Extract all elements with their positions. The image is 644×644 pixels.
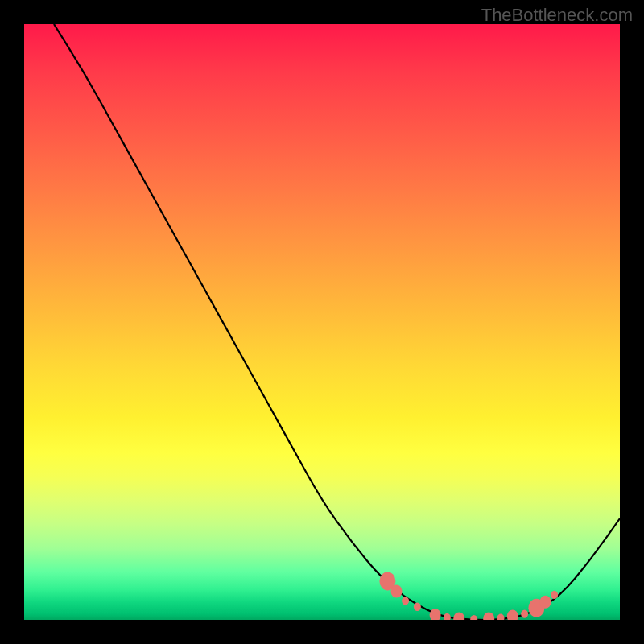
curve-marker	[521, 609, 528, 617]
curve-marker	[497, 614, 505, 620]
curve-marker	[507, 610, 518, 620]
curve-marker	[540, 596, 551, 609]
curve-marker	[551, 591, 558, 599]
curve-marker	[470, 615, 477, 620]
attribution-text: TheBottleneck.com	[481, 5, 633, 26]
curve-marker	[483, 612, 494, 620]
curve-marker	[402, 597, 409, 605]
curve-marker	[430, 609, 441, 620]
curve-marker	[453, 612, 464, 620]
bottleneck-curve	[54, 24, 620, 620]
curve-marker	[444, 613, 451, 620]
chart-plot-area	[24, 24, 620, 620]
chart-svg	[24, 24, 620, 620]
curve-marker	[414, 603, 421, 611]
curve-markers	[379, 572, 558, 620]
curve-marker	[391, 584, 402, 597]
